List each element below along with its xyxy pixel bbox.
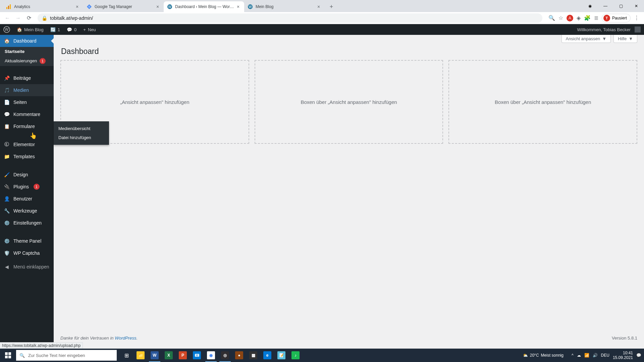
- update-badge: 1: [40, 58, 46, 64]
- profile-chip[interactable]: T Pausiert: [602, 14, 631, 22]
- back-button[interactable]: ←: [3, 13, 12, 23]
- taskbar-app-spotify[interactable]: ♪: [288, 349, 303, 362]
- reading-list-icon[interactable]: ≣: [594, 15, 598, 21]
- taskbar-app-notepad[interactable]: 📝: [274, 349, 288, 362]
- onedrive-icon[interactable]: ☁: [577, 353, 581, 358]
- taskbar-app-edge[interactable]: e: [260, 349, 274, 362]
- menu-label: Formulare: [13, 124, 35, 129]
- profile-status: Pausiert: [612, 16, 627, 20]
- comment-icon: 💬: [3, 111, 10, 118]
- submenu-item-home[interactable]: Startseite: [0, 47, 54, 56]
- svg-text:W: W: [5, 27, 9, 32]
- flyout-item-overview[interactable]: Medienübersicht: [54, 124, 109, 133]
- browser-tab-blog[interactable]: W Mein Blog ×: [244, 1, 325, 12]
- task-view-button[interactable]: ⊞: [119, 349, 133, 362]
- extensions-button[interactable]: 🧩: [584, 15, 591, 21]
- weather-widget[interactable]: ⛅ 20°C Meist sonnig: [523, 353, 564, 358]
- clock[interactable]: 10:41 15.09.2021: [613, 351, 633, 360]
- extension-icon[interactable]: ◈: [577, 15, 581, 21]
- cast-icon[interactable]: ◉: [582, 0, 598, 12]
- close-icon[interactable]: ×: [316, 4, 321, 9]
- windows-taskbar: 🔍 Zur Suche Text hier eingeben ⊞ 📁 W X P…: [0, 349, 644, 362]
- forward-button[interactable]: →: [13, 13, 23, 23]
- browser-tab-gtm[interactable]: Google Tag Manager ×: [83, 1, 164, 12]
- taskbar-app-excel[interactable]: X: [162, 349, 176, 362]
- window-controls: ◉ — ▢ ✕: [582, 0, 644, 12]
- network-icon[interactable]: 📶: [584, 353, 589, 358]
- menu-label: Kommentare: [13, 112, 40, 117]
- close-button[interactable]: ✕: [629, 0, 644, 12]
- language-indicator[interactable]: DEU: [601, 353, 609, 358]
- avatar: [635, 26, 641, 33]
- taskbar-app-generic2[interactable]: ▦: [246, 349, 260, 362]
- sidebar-item-forms[interactable]: 📋 Formulare: [0, 120, 54, 132]
- reload-button[interactable]: ⟳: [24, 13, 34, 23]
- browser-tab-strip: Analytics × Google Tag Manager × W Dashb…: [0, 0, 644, 12]
- taskbar-app-word[interactable]: W: [148, 349, 162, 362]
- wp-logo-menu[interactable]: W: [0, 24, 13, 35]
- flyout-item-addnew[interactable]: Datei hinzufügen: [54, 133, 109, 142]
- taskbar-app-explorer[interactable]: 📁: [133, 349, 148, 362]
- close-icon[interactable]: ×: [74, 4, 80, 9]
- taskbar-search[interactable]: 🔍 Zur Suche Text hier eingeben: [16, 350, 117, 361]
- taskbar-app-powerpoint[interactable]: P: [176, 349, 190, 362]
- sidebar-item-comments[interactable]: 💬 Kommentare: [0, 108, 54, 120]
- sidebar-item-plugins[interactable]: 🔌 Plugins 1: [0, 181, 54, 193]
- sidebar-item-users[interactable]: 👤 Benutzer: [0, 193, 54, 205]
- close-icon[interactable]: ×: [155, 4, 160, 9]
- greeting-text: Willkommen, Tobias Becker: [577, 27, 631, 32]
- collapse-menu-button[interactable]: ◀ Menü einklappen: [0, 261, 54, 273]
- taskbar-app-outlook[interactable]: 📧: [190, 349, 204, 362]
- comments-link[interactable]: 💬 0: [63, 24, 80, 35]
- tray-chevron-icon[interactable]: ^: [572, 353, 574, 358]
- tab-title: Dashboard ‹ Mein Blog — WordPress: [175, 4, 234, 9]
- taskbar-app-generic1[interactable]: ●: [232, 349, 246, 362]
- sidebar-item-wpcaptcha[interactable]: 🛡️ WP Captcha: [0, 247, 54, 259]
- sidebar-item-posts[interactable]: 📌 Beiträge: [0, 72, 54, 84]
- taskbar-app-obs[interactable]: ◎: [218, 349, 232, 362]
- minimize-button[interactable]: —: [598, 0, 613, 12]
- start-button[interactable]: [0, 349, 16, 362]
- volume-icon[interactable]: 🔊: [593, 353, 598, 358]
- dashboard-column-3[interactable]: Boxen über „Ansicht anpassen" hinzufügen: [448, 60, 637, 144]
- svg-rect-1: [8, 6, 9, 9]
- sidebar-item-themepanel[interactable]: ⚙️ Theme Panel: [0, 235, 54, 247]
- svg-text:W: W: [168, 5, 171, 9]
- sidebar-item-appearance[interactable]: 🖌️ Design: [0, 169, 54, 181]
- extension-icon[interactable]: A: [567, 15, 573, 21]
- tab-title: Mein Blog: [256, 4, 315, 9]
- sidebar-item-settings[interactable]: ⚙️ Einstellungen: [0, 217, 54, 229]
- menu-label: Benutzer: [13, 196, 32, 201]
- browser-tab-wp-dashboard[interactable]: W Dashboard ‹ Mein Blog — WordPress ×: [164, 1, 244, 12]
- weather-desc: Meist sonnig: [541, 353, 564, 358]
- submenu-item-updates[interactable]: Aktualisierungen 1: [0, 56, 54, 66]
- new-tab-button[interactable]: +: [327, 2, 336, 11]
- maximize-button[interactable]: ▢: [613, 0, 629, 12]
- forms-icon: 📋: [3, 123, 10, 130]
- help-button[interactable]: Hilfe ▼: [613, 35, 637, 43]
- version-text: Version 5.8.1: [612, 336, 637, 341]
- screen-options-button[interactable]: Ansicht anpassen ▼: [561, 35, 611, 43]
- wordpress-link[interactable]: WordPress: [115, 336, 136, 341]
- address-bar[interactable]: 🔒 tobitalk.at/wp-admin/: [38, 13, 542, 23]
- sidebar-item-pages[interactable]: 📄 Seiten: [0, 96, 54, 108]
- new-content-link[interactable]: + Neu: [80, 24, 99, 35]
- dashboard-column-2[interactable]: Boxen über „Ansicht anpassen" hinzufügen: [255, 60, 443, 144]
- notifications-button[interactable]: 💬: [636, 353, 641, 358]
- sidebar-item-media[interactable]: 🎵 Medien: [0, 84, 54, 96]
- my-account-link[interactable]: Willkommen, Tobias Becker: [574, 24, 644, 35]
- updates-link[interactable]: 🔄 1: [47, 24, 63, 35]
- site-name-link[interactable]: 🏠 Mein Blog: [13, 24, 47, 35]
- sidebar-item-dashboard[interactable]: 🏠 Dashboard: [0, 35, 54, 47]
- zoom-icon[interactable]: 🔍: [548, 15, 555, 21]
- close-icon[interactable]: ×: [235, 4, 241, 9]
- sidebar-item-elementor[interactable]: Ⓔ Elementor: [0, 138, 54, 150]
- sidebar-item-templates[interactable]: 📁 Templates: [0, 150, 54, 163]
- taskbar-apps: ⊞ 📁 W X P 📧 ◉ ◎ ● ▦ e 📝 ♪: [119, 349, 303, 362]
- plus-icon: +: [83, 27, 86, 32]
- browser-tab-analytics[interactable]: Analytics ×: [3, 1, 83, 12]
- menu-button[interactable]: ⋮: [634, 15, 639, 21]
- bookmark-icon[interactable]: ☆: [558, 15, 563, 21]
- taskbar-app-chrome[interactable]: ◉: [204, 349, 218, 362]
- sidebar-item-tools[interactable]: 🔧 Werkzeuge: [0, 205, 54, 217]
